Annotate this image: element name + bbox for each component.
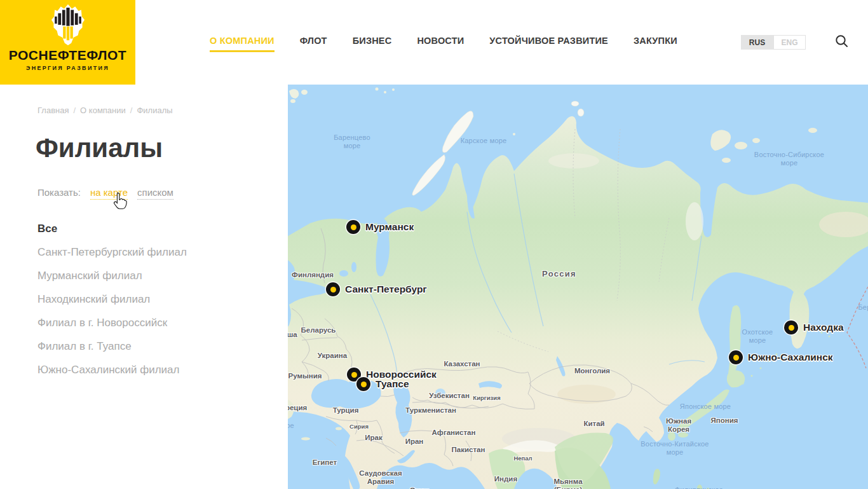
nav-item[interactable]: ФЛОТ — [300, 32, 327, 52]
marker-label: Туапсе — [376, 378, 409, 390]
show-row: Показать: на картесписком — [37, 187, 173, 200]
branch-item[interactable]: Мурманский филиал — [37, 268, 187, 283]
logo-block[interactable]: РОСНЕФТЕФЛОТ ЭНЕРГИЯ РАЗВИТИЯ — [0, 0, 135, 85]
view-option-map[interactable]: на карте — [90, 187, 128, 200]
branch-item[interactable]: Филиал в г. Туапсе — [37, 339, 187, 354]
logo-tagline: ЭНЕРГИЯ РАЗВИТИЯ — [0, 65, 135, 71]
marker-label: Санкт-Петербург — [345, 283, 427, 296]
main-nav: О КОМПАНИИФЛОТБИЗНЕСНОВОСТИУСТОЙЧИВОЕ РА… — [210, 0, 677, 85]
search-icon — [835, 34, 849, 48]
marker-label: Находка — [803, 321, 844, 334]
branch-item[interactable]: Санкт-Петербургский филиал — [37, 245, 187, 259]
marker-dot-icon — [729, 350, 743, 364]
map[interactable]: Баренцево мореКарское мореВосточно-Сибир… — [288, 85, 868, 489]
breadcrumb-item[interactable]: О компании — [80, 106, 126, 115]
marker-dot-icon — [784, 320, 798, 334]
branch-item[interactable]: Все — [37, 221, 187, 236]
logo-title: РОСНЕФТЕФЛОТ — [0, 48, 135, 62]
nav-item[interactable]: НОВОСТИ — [417, 32, 464, 52]
search-button[interactable] — [834, 34, 850, 50]
branch-list: ВсеСанкт-Петербургский филиалМурманский … — [37, 221, 187, 386]
nav-item[interactable]: УСТОЙЧИВОЕ РАЗВИТИЕ — [489, 32, 608, 52]
breadcrumb-item: Филиалы — [137, 106, 172, 115]
nav-item[interactable]: БИЗНЕС — [353, 32, 392, 52]
page-title: Филиалы — [36, 133, 163, 163]
breadcrumb-separator: / — [130, 106, 133, 115]
nav-item[interactable]: ЗАКУПКИ — [634, 32, 677, 52]
breadcrumb-item[interactable]: Главная — [37, 106, 69, 115]
marker-dot-icon — [356, 377, 370, 391]
view-toggle: на картесписком — [81, 187, 173, 200]
show-label: Показать: — [37, 187, 81, 198]
sidebar: Главная/О компании/Филиалы Филиалы Показ… — [0, 85, 288, 489]
nav-item[interactable]: О КОМПАНИИ — [210, 32, 275, 52]
header: РОСНЕФТЕФЛОТ ЭНЕРГИЯ РАЗВИТИЯ О КОМПАНИИ… — [0, 0, 868, 85]
breadcrumb: Главная/О компании/Филиалы — [37, 106, 173, 115]
breadcrumb-separator: / — [73, 106, 76, 115]
marker-dot-icon — [346, 220, 360, 234]
branch-item[interactable]: Южно-Сахалинский филиал — [37, 362, 187, 377]
branch-item[interactable]: Находкинский филиал — [37, 292, 187, 306]
language-switcher: RUS ENG — [741, 35, 806, 50]
lang-eng[interactable]: ENG — [773, 35, 806, 50]
view-option-list[interactable]: списком — [137, 187, 173, 200]
marker-label: Мурманск — [365, 221, 414, 233]
lang-rus[interactable]: RUS — [741, 35, 773, 50]
marker-dot-icon — [326, 282, 340, 296]
rosneft-flame-icon — [50, 4, 86, 46]
marker-label: Южно-Сахалинск — [748, 351, 833, 364]
branch-item[interactable]: Филиал в г. Новороссийск — [37, 315, 187, 330]
